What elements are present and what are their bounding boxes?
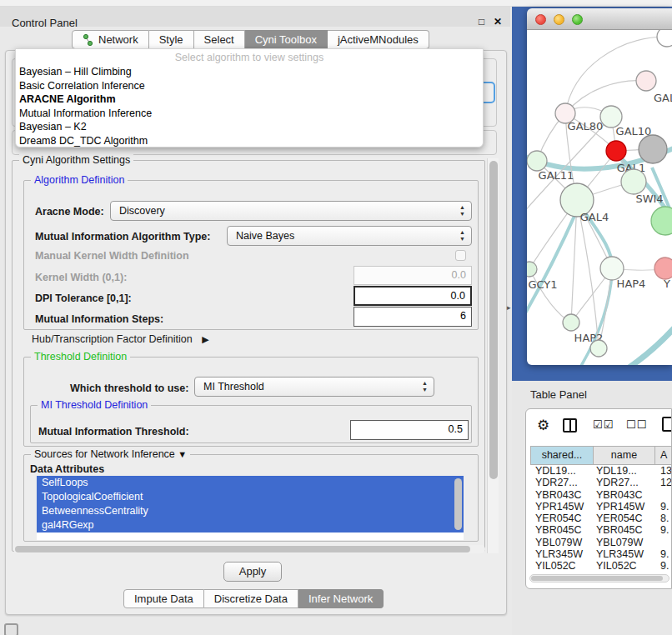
algorithm-option-mutual-information-inference[interactable]: Mutual Information Inference [16,107,483,121]
network-node[interactable] [657,30,672,47]
network-node-gal11[interactable] [527,151,547,171]
tab-jactivemnodules[interactable]: jActiveMNodules [328,30,429,49]
column-layout-icon[interactable] [563,418,577,432]
attribute-item-selfloops[interactable]: SelfLoops [37,476,464,490]
network-node-gcy1[interactable] [527,262,537,277]
table-row[interactable]: YLR345WYLR345W9. [530,548,672,560]
table-cell: YDR27... [594,477,655,488]
tab-label: Select [204,33,234,46]
network-node[interactable] [590,340,607,357]
network-node-gal1[interactable] [606,141,626,161]
select-all-checkboxes-icon[interactable]: ☑☑ [593,418,614,431]
mi-type-select[interactable]: Naive Bayes ▲▼ [227,226,472,246]
table-cell: YBR045C [594,524,655,536]
which-threshold-select[interactable]: MI Threshold ▲▼ [194,377,434,397]
node-label: GAL80 [568,120,604,132]
attribute-item-gal4rgexp[interactable]: gal4RGexp [37,518,464,532]
table-row[interactable]: YBL079WYBL079W [530,537,672,548]
network-node-y[interactable] [654,258,672,279]
table-row[interactable]: YIL052CYIL052C9. [530,560,672,572]
table-cell: YER054C [594,512,655,524]
tab-label: Style [159,33,183,46]
table-cell: YIL052C [594,560,655,572]
docked-panel-icon[interactable] [4,623,18,635]
algorithm-option-dream8-dc-tdc-algorithm[interactable]: Dream8 DC_TDC Algorithm [16,134,483,148]
network-node[interactable] [639,135,667,163]
combo-arrows-icon: ▲▼ [459,229,465,242]
network-node-swi4[interactable] [621,169,646,194]
node-label: SWI4 [635,192,663,205]
cyni-bottom-tabs: Impute DataDiscretize DataInfer Network [123,589,384,608]
tab-network[interactable]: Network [72,30,149,49]
table-row[interactable]: YBR043CYBR043C [530,489,672,501]
tab-infer-network[interactable]: Infer Network [298,589,384,608]
table-row[interactable]: YDL19...YDL19...13 [530,465,672,477]
attribute-item-topologicalcoefficient[interactable]: TopologicalCoefficient [37,490,464,504]
deselect-all-checkboxes-icon[interactable]: ☐☐ [626,418,647,431]
attribute-item-betweennesscentrality[interactable]: BetweennessCentrality [37,504,464,518]
network-canvas[interactable]: GALGAL80GAL10GAL1SWI4GAL11GAL4GCY1HAP4YH… [527,30,672,365]
table-row[interactable]: YPR145WYPR145W9. [530,501,672,512]
manual-kernel-label: Manual Kernel Width Definition [35,250,189,262]
node-label: GAL10 [616,125,652,138]
table-cell: YLR345W [530,548,594,560]
kernel-width-field[interactable]: 0.0 [354,266,472,285]
table-row[interactable]: YER054CYER054C8. [530,512,672,524]
node-table-window[interactable]: ⚙ ☑☑ ☐☐ shared...nameA YDL19...YDL19...1… [525,408,672,589]
node-label: GCY1 [528,278,557,291]
data-attributes-list[interactable]: SelfLoopsTopologicalCoefficientBetweenne… [37,476,464,540]
zoom-window-icon[interactable] [572,14,583,25]
table-cell: YBR045C [530,524,594,536]
close-panel-icon[interactable]: ✕ [494,16,502,28]
network-node-gal[interactable] [636,71,656,91]
tab-label: Network [98,33,138,46]
settings-vertical-scrollbar[interactable] [487,158,499,553]
table-row[interactable]: YBR045CYBR045C9. [530,524,672,536]
manual-kernel-checkbox[interactable] [455,250,466,261]
algorithm-option-bayesian-hill-climbing[interactable]: Bayesian – Hill Climbing [16,65,483,79]
hub-definition-toggle[interactable]: Hub/Transcription Factor Definition ▶ [32,333,209,345]
tab-impute-data[interactable]: Impute Data [123,589,204,608]
table-horizontal-scrollbar[interactable] [529,574,669,582]
close-window-icon[interactable] [535,14,546,25]
aracne-mode-select[interactable]: Discovery ▲▼ [110,201,472,221]
tab-label: jActiveMNodules [338,33,419,46]
tab-style[interactable]: Style [149,30,194,49]
table-cell: YBR043C [530,489,594,501]
mi-steps-field[interactable]: 6 [354,307,472,327]
column-header-name[interactable]: name [594,446,655,465]
table-cell [655,489,672,501]
algorithm-option-bayesian-k2[interactable]: Bayesian – K2 [16,120,483,134]
column-header-a[interactable]: A [655,446,672,465]
sources-group-title[interactable]: Sources for Network Inference ▼ [31,448,190,460]
tab-discretize-data[interactable]: Discretize Data [204,589,298,608]
tab-select[interactable]: Select [194,30,245,49]
table-cell: YDL19... [594,465,655,477]
tab-cyni-toolbox[interactable]: Cyni Toolbox [245,30,328,49]
apply-button[interactable]: Apply [223,562,282,582]
mi-threshold-field[interactable]: 0.5 [350,420,469,440]
network-nodes[interactable]: GALGAL80GAL10GAL1SWI4GAL11GAL4GCY1HAP4YH… [527,30,672,357]
table-cell: YLR345W [594,548,655,560]
algorithm-option-aracne-algorithm[interactable]: ARACNE Algorithm [16,92,483,107]
sources-title-text: Sources for Network Inference [34,448,175,460]
network-node[interactable] [651,207,672,235]
column-header-shared-[interactable]: shared... [530,446,594,465]
attributes-scrollbar[interactable] [454,478,462,530]
float-panel-icon[interactable]: □ [479,16,484,28]
gear-icon[interactable]: ⚙ [537,417,549,434]
data-attributes-label: Data Attributes [30,463,104,475]
panel-splitter-handle[interactable]: ▸ [507,303,511,312]
table-row[interactable]: YDR27...YDR27...12 [530,477,672,488]
mi-threshold-label: Mutual Information Threshold: [38,426,189,438]
network-window-titlebar[interactable] [527,8,672,30]
settings-horizontal-scrollbar[interactable] [13,545,485,553]
export-table-icon[interactable] [662,417,672,432]
algorithm-option-basic-correlation-inference[interactable]: Basic Correlation Inference [16,79,483,93]
dpi-tolerance-field[interactable]: 0.0 [354,286,472,306]
network-node-hap2[interactable] [563,314,579,331]
network-view-window[interactable]: GALGAL80GAL10GAL1SWI4GAL11GAL4GCY1HAP4YH… [527,8,672,365]
minimize-window-icon[interactable] [554,14,564,25]
table-cell: YBL079W [594,537,655,548]
network-node-hap4[interactable] [600,257,624,280]
